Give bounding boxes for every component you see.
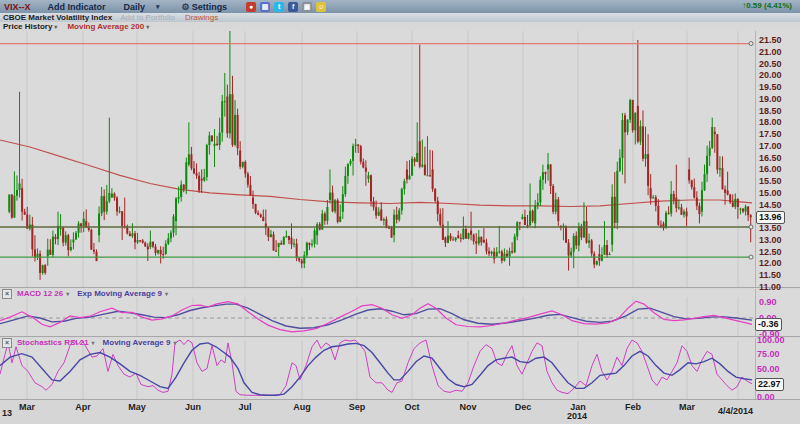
tc2000-icon[interactable]: ●: [246, 2, 256, 12]
stochastics-panel[interactable]: × Stochastics RSI 21 ▾ Moving Average 9 …: [0, 338, 800, 399]
share-icons-group: ●▤tf▣☺: [246, 2, 326, 12]
macd-close-button[interactable]: ×: [2, 289, 12, 299]
chat-icon[interactable]: ☺: [316, 2, 326, 12]
panel-divider[interactable]: [0, 399, 800, 401]
macd-panel[interactable]: × MACD 12 26 ▾ Exp Moving Average 9 ▾: [0, 289, 800, 336]
macd-header: × MACD 12 26 ▾ Exp Moving Average 9 ▾: [0, 289, 168, 298]
stoch-label-dropdown[interactable]: Stochastics RSI 21: [17, 338, 89, 347]
top-toolbar: VIX--X Add Indicator Daily ▾ ⚙Settings ●…: [0, 0, 800, 13]
price-change-badge: ↑0.59 (4.41%): [742, 1, 792, 10]
app-window: VIX--X Add Indicator Daily ▾ ⚙Settings ●…: [0, 0, 800, 424]
stoch-caret-icon[interactable]: ▾: [92, 339, 95, 346]
apps-icon[interactable]: ▤: [260, 2, 270, 12]
macd-caret-icon[interactable]: ▾: [66, 290, 69, 297]
time-axis: [0, 401, 800, 424]
print-icon[interactable]: ▣: [302, 2, 312, 12]
symbol-name-label: CBOE Market Volatility Index: [3, 13, 112, 22]
price-history-dropdown[interactable]: Price History: [3, 22, 52, 31]
macd-signal-caret-icon[interactable]: ▾: [165, 290, 168, 297]
stoch-signal-caret-icon[interactable]: ▾: [173, 339, 176, 346]
price-chart-panel[interactable]: [0, 31, 800, 287]
ma200-caret-icon[interactable]: ▾: [146, 23, 149, 30]
facebook-icon[interactable]: f: [288, 2, 298, 12]
symbol-bar: CBOE Market Volatility Index Add to Port…: [0, 13, 800, 22]
settings-button[interactable]: ⚙Settings: [182, 2, 228, 12]
stoch-header: × Stochastics RSI 21 ▾ Moving Average 9 …: [0, 338, 177, 347]
drawings-link[interactable]: Drawings: [185, 13, 218, 22]
stoch-close-button[interactable]: ×: [2, 338, 12, 348]
timeframe-button[interactable]: Daily: [124, 2, 146, 12]
macd-label-dropdown[interactable]: MACD 12 26: [17, 289, 63, 298]
macd-signal-dropdown[interactable]: Exp Moving Average 9: [77, 289, 162, 298]
add-indicator-button[interactable]: Add Indicator: [48, 2, 106, 12]
timeframe-caret-icon[interactable]: ▾: [156, 3, 160, 11]
indicator-row: Price History ▾ Moving Average 200 ▾: [0, 22, 800, 31]
price-history-caret-icon[interactable]: ▾: [54, 23, 57, 30]
twitter-icon[interactable]: t: [274, 2, 284, 12]
gear-icon: ⚙: [182, 2, 190, 12]
ma200-dropdown[interactable]: Moving Average 200: [67, 22, 144, 31]
axis-separator: [755, 31, 756, 399]
stoch-signal-dropdown[interactable]: Moving Average 9: [103, 338, 171, 347]
add-to-portfolio-link[interactable]: Add to Portfolio: [120, 13, 175, 22]
symbol-label[interactable]: VIX--X: [4, 2, 31, 12]
